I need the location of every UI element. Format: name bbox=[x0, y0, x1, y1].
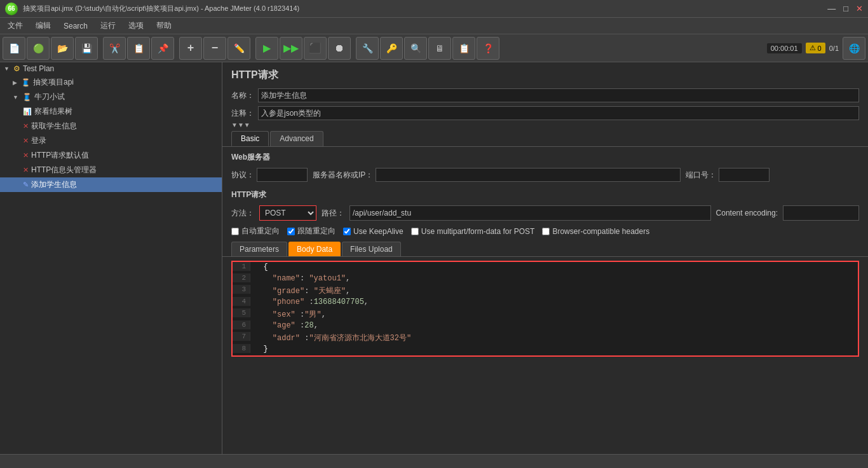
check-multipart[interactable]: Use multipart/form-data for POST bbox=[411, 227, 535, 236]
note-label: 注释： bbox=[231, 108, 254, 119]
sidebar-item-chaxun[interactable]: 📊 察看结果树 bbox=[0, 104, 222, 119]
body-data-editor[interactable]: 1 { 2 "name": "yatou1", 3 "grade": "天蝎座"… bbox=[231, 261, 859, 357]
main-area: ▼ ⚙ Test Plan ▶ 🧵 抽奖项目api ▼ 🧵 牛刀小试 📊 察看结… bbox=[0, 62, 868, 454]
method-select[interactable]: POST GET PUT DELETE PATCH HEAD OPTIONS bbox=[259, 205, 316, 221]
code-line-3: 3 "grade": "天蝎座", bbox=[233, 285, 858, 297]
menu-edit[interactable]: 编辑 bbox=[31, 19, 56, 32]
name-input[interactable] bbox=[258, 88, 859, 102]
subtab-parameters[interactable]: Parameters bbox=[231, 242, 287, 256]
check-keepalive[interactable]: Use KeepAlive bbox=[343, 227, 403, 236]
sidebar-item-add-student[interactable]: ✎ 添加学生信息 bbox=[0, 177, 222, 192]
checkboxes-row: 自动重定向 跟随重定向 Use KeepAlive Use multipart/… bbox=[222, 223, 868, 239]
toolbar-clear[interactable]: 🔑 bbox=[380, 37, 403, 60]
check-browser-compat[interactable]: Browser-compatible headers bbox=[542, 227, 649, 236]
checkbox-browser-compat[interactable] bbox=[542, 228, 550, 235]
port-input[interactable] bbox=[719, 168, 770, 182]
toolbar-remove[interactable]: − bbox=[203, 37, 226, 60]
encoding-input[interactable] bbox=[783, 205, 859, 221]
menu-run[interactable]: 运行 bbox=[95, 19, 121, 32]
content-area: HTTP请求 名称： 注释： ▼▼▼ Basic Advanced Web服务器… bbox=[222, 62, 868, 454]
http-header-label: HTTP信息头管理器 bbox=[31, 165, 97, 176]
add-student-label: 添加学生信息 bbox=[31, 179, 77, 190]
sidebar-item-choujiang[interactable]: ▶ 🧵 抽奖项目api bbox=[0, 75, 222, 90]
toolbar-remote[interactable]: 🖥 bbox=[428, 37, 451, 60]
path-input[interactable] bbox=[349, 205, 711, 221]
toolbar-remote-globe[interactable]: 🌐 bbox=[843, 37, 865, 60]
warning-count: 0 bbox=[818, 45, 822, 52]
note-input[interactable] bbox=[258, 106, 859, 120]
check-follow-redirect[interactable]: 跟随重定向 bbox=[287, 226, 336, 237]
http-section-title: HTTP请求 bbox=[222, 184, 868, 203]
triangle-icon: ▼ bbox=[13, 94, 18, 100]
sidebar-item-denglu[interactable]: ✕ 登录 bbox=[0, 134, 222, 148]
niudao-icon: 🧵 bbox=[22, 93, 32, 102]
server-row: 协议： 服务器名称或IP： 端口号： bbox=[222, 165, 868, 184]
protocol-input[interactable] bbox=[257, 168, 308, 182]
toolbar-functions[interactable]: 📋 bbox=[452, 37, 475, 60]
test-counter: 0/1 bbox=[829, 45, 839, 52]
server-section-title: Web服务器 bbox=[222, 147, 868, 165]
toolbar-start[interactable]: ▶ bbox=[255, 37, 278, 60]
minimize-button[interactable]: — bbox=[827, 4, 836, 13]
toolbar-start-no-pause[interactable]: ▶▶ bbox=[280, 37, 302, 60]
checkbox-follow-redirect[interactable] bbox=[287, 228, 295, 235]
checkbox-auto-redirect[interactable] bbox=[231, 228, 239, 235]
toolbar-stop[interactable]: ⬛ bbox=[304, 37, 327, 60]
toolbar-clear-all[interactable]: 🔧 bbox=[356, 37, 379, 60]
toolbar-templates[interactable]: 🟢 bbox=[27, 37, 50, 60]
toolbar-shutdown[interactable]: ⏺ bbox=[328, 37, 351, 60]
choujiang-icon: 🧵 bbox=[21, 78, 31, 87]
menu-file[interactable]: 文件 bbox=[3, 19, 28, 32]
code-line-5: 5 "sex" :"男", bbox=[233, 308, 858, 320]
menu-help[interactable]: 帮助 bbox=[151, 19, 177, 32]
toolbar-paste[interactable]: 📌 bbox=[151, 37, 174, 60]
toolbar-search[interactable]: 🔍 bbox=[404, 37, 427, 60]
collapse-arrow[interactable]: ▼▼▼ bbox=[222, 121, 868, 128]
code-line-4: 4 "phone" :13688407705, bbox=[233, 297, 858, 308]
sidebar-item-niudao[interactable]: ▼ 🧵 牛刀小试 bbox=[0, 90, 222, 104]
warning-indicator: ⚠0 bbox=[806, 43, 825, 53]
toolbar-copy[interactable]: 📋 bbox=[127, 37, 150, 60]
menu-options[interactable]: 选项 bbox=[123, 19, 149, 32]
toolbar-cut[interactable]: ✂️ bbox=[103, 37, 126, 60]
chaxun-label: 察看结果树 bbox=[34, 106, 72, 117]
maximize-button[interactable]: □ bbox=[843, 4, 848, 13]
check-auto-redirect[interactable]: 自动重定向 bbox=[231, 226, 280, 237]
toolbar-duplicate[interactable]: ✏️ bbox=[227, 37, 250, 60]
menu-search[interactable]: Search bbox=[58, 20, 93, 32]
toolbar-status: 00:00:01 ⚠0 0/1 🌐 bbox=[767, 37, 865, 60]
toolbar-save[interactable]: 💾 bbox=[75, 37, 98, 60]
toolbar-help[interactable]: ❓ bbox=[477, 37, 499, 60]
timer-display: 00:00:01 bbox=[767, 43, 802, 53]
toolbar-open[interactable]: 📂 bbox=[51, 37, 74, 60]
status-bar bbox=[0, 454, 868, 468]
choujiang-label: 抽奖项目api bbox=[33, 77, 74, 88]
test-plan-icon: ⚙ bbox=[13, 64, 20, 73]
servername-input[interactable] bbox=[376, 168, 681, 182]
code-line-7: 7 "addr" :"河南省济源市北海大道32号" bbox=[233, 332, 858, 344]
servername-field: 服务器名称或IP： bbox=[313, 168, 681, 182]
window-title: 抽奖项目api.jmx (D:\study\自动化\script\抽奖项目api… bbox=[23, 4, 299, 13]
method-label: 方法： bbox=[231, 208, 254, 219]
green-indicator: 66 bbox=[5, 3, 18, 15]
http-default-icon: ✕ bbox=[23, 151, 29, 160]
sidebar-item-huoqu[interactable]: ✕ 获取学生信息 bbox=[0, 119, 222, 134]
checkbox-keepalive[interactable] bbox=[343, 228, 351, 235]
subtab-body-data[interactable]: Body Data bbox=[288, 242, 341, 256]
tab-advanced[interactable]: Advanced bbox=[270, 131, 323, 146]
test-plan-label: Test Plan bbox=[23, 64, 54, 73]
code-line-6: 6 "age" :28, bbox=[233, 320, 858, 332]
triangle-icon: ▼ bbox=[4, 65, 10, 72]
subtab-files-upload[interactable]: Files Upload bbox=[342, 242, 401, 256]
tab-basic[interactable]: Basic bbox=[231, 131, 269, 146]
toolbar-new[interactable]: 📄 bbox=[3, 37, 25, 60]
sidebar-item-http-default[interactable]: ✕ HTTP请求默认值 bbox=[0, 148, 222, 163]
title-bar: 66 抽奖项目api.jmx (D:\study\自动化\script\抽奖项目… bbox=[0, 0, 868, 18]
sidebar-item-test-plan[interactable]: ▼ ⚙ Test Plan bbox=[0, 62, 222, 75]
green-number: 66 bbox=[8, 5, 15, 12]
close-button[interactable]: ✕ bbox=[856, 4, 863, 13]
sidebar-item-http-header[interactable]: ✕ HTTP信息头管理器 bbox=[0, 163, 222, 177]
checkbox-multipart[interactable] bbox=[411, 228, 419, 235]
toolbar-add[interactable]: + bbox=[179, 37, 202, 60]
huoqu-icon: ✕ bbox=[23, 122, 29, 130]
